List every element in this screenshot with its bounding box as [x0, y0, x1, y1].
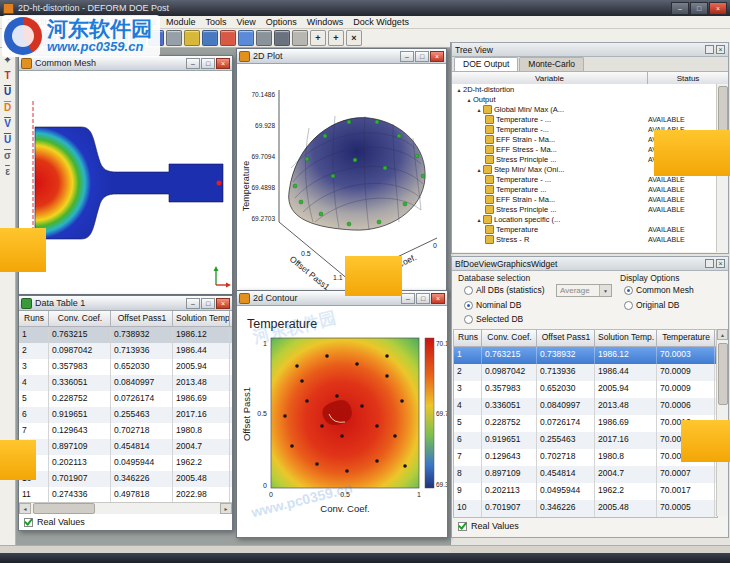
maximize-button[interactable]: □ [416, 293, 430, 304]
column-header[interactable]: Offset Pass1 [537, 330, 595, 346]
radio-button[interactable] [624, 301, 633, 310]
scroll-right-button[interactable]: ► [220, 503, 232, 514]
scroll-up-button[interactable]: ▲ [717, 329, 728, 340]
menu-item-options[interactable]: Options [261, 16, 302, 28]
chart-red-icon[interactable] [220, 30, 236, 46]
epsilon-tool-icon[interactable]: ε [1, 165, 14, 178]
u-bar-tool-icon[interactable]: U [1, 85, 14, 98]
selected-db-radio-option[interactable]: Selected DB [464, 314, 523, 324]
close-button[interactable]: × [216, 298, 230, 309]
close-button[interactable]: × [216, 58, 230, 69]
minimize-button[interactable]: – [186, 58, 200, 69]
menu-item-dock-widgets[interactable]: Dock Widgets [348, 16, 414, 28]
maximize-button[interactable]: □ [201, 58, 215, 69]
original-db-radio-option[interactable]: Original DB [624, 300, 679, 310]
radio-button[interactable] [464, 286, 473, 295]
close-button[interactable]: × [430, 51, 444, 62]
all-dbs-radio-option[interactable]: All DBs (statistics) [464, 285, 544, 295]
close-panel-button[interactable]: × [716, 259, 725, 268]
close-x-icon[interactable]: × [346, 30, 362, 46]
movie-icon[interactable] [274, 30, 290, 46]
column-header[interactable]: Conv. Coef. [482, 330, 537, 346]
gear-icon[interactable] [292, 30, 308, 46]
table-row[interactable]: 80.8971090.4548142004.7 [19, 439, 232, 455]
column-header[interactable]: Solution Temp. [595, 330, 657, 346]
table-row[interactable]: 40.3360510.08409972013.4870.0006 [454, 398, 717, 415]
table-row[interactable]: 60.9196510.2554632017.16 [19, 407, 232, 423]
menu-item-tools[interactable]: Tools [200, 16, 231, 28]
contour-viewport[interactable]: Temperature 70.1 69.7 69.3 0 [237, 306, 447, 537]
column-header[interactable]: Offset Pass1 [111, 311, 173, 326]
cube-gray-icon[interactable] [166, 30, 182, 46]
menu-item-module[interactable]: Module [161, 16, 201, 28]
table-row[interactable]: 40.3360510.08409972013.48 [19, 375, 232, 391]
close-panel-button[interactable]: × [716, 45, 725, 54]
table-row[interactable]: 110.2743360.4978182022.98 [19, 487, 232, 503]
expander-icon[interactable]: ▴ [455, 86, 463, 93]
close-button[interactable]: × [431, 293, 445, 304]
nominal-db-radio-option[interactable]: Nominal DB [464, 300, 521, 310]
target-icon[interactable]: + [328, 30, 344, 46]
table-row[interactable]: 90.2021130.04959441962.2 [19, 455, 232, 471]
panel-header[interactable]: BfDoeViewGraphicsWidget × [452, 257, 728, 271]
float-panel-button[interactable] [705, 45, 714, 54]
table-row[interactable]: 20.09870420.7139361986.4470.0009 [454, 364, 717, 381]
horizontal-scrollbar[interactable]: ◄ ► [19, 502, 232, 514]
table-row[interactable]: 50.2287520.07261741986.69 [19, 391, 232, 407]
menu-item-windows[interactable]: Windows [302, 16, 349, 28]
table-row[interactable]: 20.09870420.7139361986.44 [19, 343, 232, 359]
maximize-button[interactable]: □ [415, 51, 429, 62]
chart-blue-icon[interactable] [238, 30, 254, 46]
table-row[interactable]: 90.2021130.04959441962.270.0017 [454, 483, 717, 500]
table-row[interactable]: 100.7019070.3462262005.48 [19, 471, 232, 487]
u2-bar-tool-icon[interactable]: U [1, 133, 14, 146]
maximize-button[interactable]: □ [201, 298, 215, 309]
table-row[interactable]: 100.7019070.3462262005.4870.0005 [454, 500, 717, 517]
tree-node[interactable]: ▴Output [452, 94, 716, 104]
scroll-thumb[interactable] [718, 343, 728, 405]
plus-icon[interactable]: + [310, 30, 326, 46]
tree-node[interactable]: Stress - RAVAILABLE [452, 234, 716, 244]
minimize-button[interactable]: – [186, 298, 200, 309]
close-button[interactable]: × [709, 2, 727, 15]
common-mesh-radio-option[interactable]: Common Mesh [624, 285, 694, 295]
tree-node[interactable]: TemperatureAVAILABLE [452, 224, 716, 234]
statistics-dropdown[interactable]: Average ▼ [556, 284, 612, 297]
v-bar-tool-icon[interactable]: V [1, 117, 14, 130]
tree-node[interactable]: ▴Global Min/ Max (A... [452, 104, 716, 114]
tree-node[interactable]: Temperature ...AVAILABLE [452, 184, 716, 194]
tree-node[interactable]: Stress Principle ...AVAILABLE [452, 204, 716, 214]
window-titlebar[interactable]: Common Mesh – □ × [19, 56, 232, 71]
table-row[interactable]: 30.3579830.6520302005.9470.0009 [454, 381, 717, 398]
table-row[interactable]: 70.1296430.7027181980.870.0018 [454, 449, 717, 466]
table-row[interactable]: 70.1296430.7027181980.8 [19, 423, 232, 439]
real-values-option[interactable]: Real Values [24, 517, 85, 527]
minimize-button[interactable]: – [671, 2, 689, 15]
column-header[interactable]: Solution Temp. [173, 311, 230, 326]
maximize-button[interactable]: □ [690, 2, 708, 15]
real-values-checkbox[interactable] [24, 518, 33, 527]
table-row[interactable]: 10.7632150.7389321986.1270.0003 [454, 347, 717, 364]
real-values-option[interactable]: Real Values [458, 521, 519, 531]
scroll-thumb[interactable] [33, 503, 95, 514]
radio-button[interactable] [624, 286, 633, 295]
table-row[interactable]: 80.8971090.4548142004.770.0007 [454, 466, 717, 483]
expander-icon[interactable]: ▴ [475, 106, 483, 113]
tab-doe-output[interactable]: DOE Output [454, 57, 518, 71]
column-header[interactable]: Temperature [657, 330, 715, 346]
database-blue-icon[interactable] [202, 30, 218, 46]
column-header[interactable]: Runs [19, 311, 49, 326]
table-row[interactable]: 60.9196510.2554632017.1670.0006 [454, 432, 717, 449]
window-titlebar[interactable]: 2D Plot – □ × [237, 49, 446, 64]
mesh-viewport[interactable] [19, 71, 232, 294]
scroll-left-button[interactable]: ◄ [19, 503, 31, 514]
expander-icon[interactable]: ▴ [465, 96, 473, 103]
real-values-checkbox[interactable] [458, 522, 467, 531]
expander-icon[interactable]: ▴ [475, 166, 483, 173]
radio-button[interactable] [464, 315, 473, 324]
sigma-tool-icon[interactable]: σ [1, 149, 14, 162]
panel-header[interactable]: Tree View × [452, 43, 728, 57]
window-titlebar[interactable]: 2d Contour – □ × [237, 291, 447, 306]
menu-item-view[interactable]: View [231, 16, 260, 28]
temperature-tool-icon[interactable]: T [1, 69, 14, 82]
